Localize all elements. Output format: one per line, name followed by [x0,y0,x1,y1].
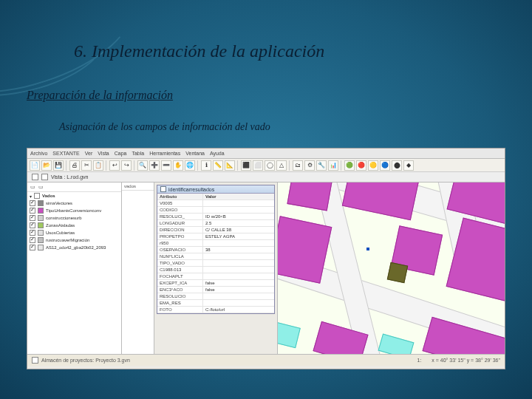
window-icon [160,186,166,192]
table-row[interactable]: C1988.013 [157,267,274,273]
menu-ayuda[interactable]: Ayuda [210,151,225,156]
tool-icon[interactable]: 🟢 [344,160,355,171]
tool-icon[interactable]: 📋 [93,160,103,171]
tool-icon[interactable]: 🖨 [69,160,80,171]
document-icon [32,174,38,180]
coords-readout: x = 40° 33' 15" y = 38° 29' 36" [432,358,500,363]
tool-icon[interactable]: 📏 [213,160,223,171]
menu-capa[interactable]: Capa [115,151,127,156]
tool-icon[interactable]: ⬤ [392,160,402,171]
results-table: Atributo Valor V0005 CODIGO RESOLUCI_ID … [157,194,274,313]
tool-icon[interactable]: ⚙ [304,160,315,171]
tool-icon[interactable]: △ [276,160,287,171]
tool-icon[interactable]: ↩ [109,160,120,171]
map-polygon [287,183,332,211]
map-polygon [277,321,301,348]
table-row[interactable]: FOCHAPLT [157,273,274,280]
mid-panel: vados [122,183,154,354]
map-point [366,248,369,250]
section-title: Preparación de la información [27,89,173,102]
menu-archivo[interactable]: Archivo [30,151,47,156]
toc-layer[interactable]: AS12_odo42_gba20b02_2093 [27,244,121,251]
tool-icon[interactable]: ➖ [161,160,171,171]
slide-title: 6. Implementación de la aplicación [74,41,324,61]
project-label: Almacén de proyectos: Proyecto 3.gvn [41,358,130,363]
menu-herramientas[interactable]: Herramientas [149,151,180,156]
map-polygon [378,333,415,354]
map-canvas[interactable] [277,183,505,354]
tool-icon[interactable]: 💾 [53,160,64,171]
table-row[interactable]: RESOLUCI_ID w/20<B [157,214,274,220]
tool-icon[interactable]: ➕ [149,160,160,171]
menubar: Archivo SEXTANTE Ver Vista Capa Tabla He… [27,149,505,159]
menu-sextante[interactable]: SEXTANTE [52,151,79,156]
menu-vista[interactable]: Vista [98,151,109,156]
tool-icon[interactable]: 📊 [328,160,338,171]
tool-icon[interactable]: 📂 [41,160,52,171]
toc-tab[interactable]: ▭ [38,184,44,190]
toc-layer[interactable]: ZonasAisladas [27,222,121,229]
tool-icon[interactable]: ⬜ [253,160,263,171]
table-row[interactable]: V0005 [157,200,274,207]
table-row[interactable]: TIPO_VADO [157,260,274,267]
table-row[interactable]: PROPETPOESTELY AGPA [157,233,274,240]
menu-ver[interactable]: Ver [85,151,93,156]
work-area: ▭ ▭ ▾Vados simaVectores TipoUrbanisConve… [27,183,505,354]
table-row[interactable]: EXCEPT_ICAfalse [157,280,274,287]
table-row[interactable]: ENC3°ACOfalse [157,287,274,293]
tool-icon[interactable]: 🌐 [185,160,195,171]
decorative-swirl [0,0,148,133]
document-icon [41,174,48,180]
table-row[interactable]: r950 [157,240,274,247]
toc-layer[interactable]: UsosCubiertas [27,229,121,236]
table-row[interactable]: CODIGO [157,207,274,214]
toolbar: 📄 📂 💾 🖨 ✂ 📋 ↩ ↪ 🔍 ➕ ➖ ✋ 🌐 ℹ 📏 📐 ⬛ ⬜ ◯ △ … [27,159,505,172]
tool-icon[interactable]: ✂ [81,160,92,171]
menu-ventana[interactable]: Ventana [185,151,205,156]
slide-subtitle: Asignación de los campos de información … [59,121,270,133]
tool-icon[interactable]: ↪ [121,160,132,171]
tool-icon[interactable]: 🔵 [380,160,390,171]
toc-layer[interactable]: simaVectores [27,200,121,207]
table-row[interactable]: OSERVACIO38 [157,247,274,253]
layer-tree-panel: ▭ ▭ ▾Vados simaVectores TipoUrbanisConve… [27,183,122,354]
gis-application-window: Archivo SEXTANTE Ver Vista Capa Tabla He… [27,148,505,369]
tool-icon[interactable]: ℹ [201,160,211,171]
toc-tabs: ▭ ▭ [27,183,121,192]
mid-label: vados [122,183,154,191]
tool-icon[interactable]: 🟡 [368,160,378,171]
scale-readout: 1: [417,358,422,363]
document-tab-label[interactable]: Vista : L.rod.gvn [51,174,88,180]
tool-icon[interactable]: ◆ [403,160,414,171]
tool-icon[interactable]: 🗂 [293,160,303,171]
tool-icon[interactable]: 🔴 [356,160,366,171]
toc-layer[interactable]: construccionesurb [27,214,121,222]
table-header: Atributo Valor [157,194,274,200]
results-titlebar[interactable]: identificarresultados [157,185,274,194]
table-row[interactable]: LONGADUR2.5 [157,220,274,227]
table-row[interactable]: EMA_RES [157,300,274,307]
tool-icon[interactable]: 🔍 [137,160,148,171]
tool-icon[interactable]: 🔧 [316,160,327,171]
tool-icon[interactable]: ⬛ [241,160,251,171]
table-row[interactable]: NUM°LICLA [157,253,274,260]
tool-icon[interactable]: ◯ [265,160,275,171]
status-bar: Almacén de proyectos: Proyecto 3.gvn 1: … [27,354,505,366]
table-row[interactable]: RESOLUCIO [157,293,274,300]
table-row[interactable]: DIRECCIONC/ CALLE 38 [157,227,274,233]
toc-tab[interactable]: ▭ [30,184,35,190]
map-polygon [387,262,408,283]
tool-icon[interactable]: 📄 [30,160,40,171]
tool-icon[interactable]: 📐 [225,160,235,171]
menu-tabla[interactable]: Tabla [132,151,144,156]
toc-layer[interactable]: rustrucuaverMigración [27,236,121,244]
toc-root[interactable]: ▾Vados [27,192,121,200]
table-row[interactable]: FOTOC:/foto/url [157,307,274,313]
tool-icon[interactable]: ✋ [173,160,183,171]
identify-results-window[interactable]: identificarresultados Atributo Valor V00… [157,185,275,314]
document-tab-bar: Vista : L.rod.gvn [27,172,505,183]
project-icon [32,357,38,364]
map-polygon [342,183,420,220]
toc-layer[interactable]: TipoUrbanisConversionconv [27,207,121,214]
